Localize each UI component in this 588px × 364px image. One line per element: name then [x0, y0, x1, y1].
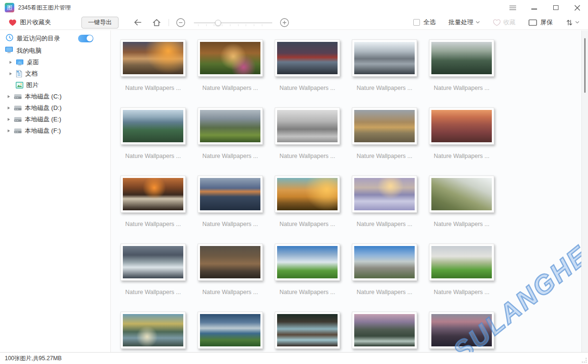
image-thumbnail[interactable]	[123, 42, 183, 74]
image-thumbnail-frame[interactable]	[429, 108, 494, 145]
image-card[interactable]: Nature Wallpapers ...	[198, 108, 263, 160]
zoom-slider-thumb[interactable]	[215, 20, 221, 26]
image-thumbnail[interactable]	[354, 178, 415, 210]
image-card[interactable]: Nature Wallpapers ...	[275, 108, 340, 160]
image-card[interactable]: Nature Wallpapers ...	[275, 312, 340, 352]
image-thumbnail[interactable]	[123, 110, 183, 142]
image-thumbnail-frame[interactable]	[198, 312, 263, 349]
image-card[interactable]: Nature Wallpapers ...	[429, 312, 494, 352]
image-thumbnail[interactable]	[431, 110, 492, 142]
image-thumbnail-frame[interactable]	[120, 244, 186, 281]
image-card[interactable]: Nature Wallpapers ...	[429, 244, 494, 296]
image-thumbnail-frame[interactable]	[275, 176, 340, 213]
image-thumbnail[interactable]	[123, 246, 183, 278]
image-thumbnail-frame[interactable]	[120, 312, 186, 349]
favorites-label[interactable]: 图片收藏夹	[20, 18, 51, 27]
image-thumbnail-frame[interactable]	[275, 244, 340, 281]
sidebar-item-documents[interactable]: 文档	[0, 68, 110, 79]
image-thumbnail[interactable]	[431, 42, 492, 74]
image-card[interactable]: Nature Wallpapers ...	[275, 244, 340, 296]
maximize-button[interactable]	[551, 3, 560, 12]
image-thumbnail-frame[interactable]	[198, 108, 263, 145]
scrollbar-thumb[interactable]	[584, 38, 586, 93]
image-card[interactable]: Nature Wallpapers ...	[275, 176, 340, 228]
recent-folders-toggle[interactable]	[78, 35, 93, 42]
image-thumbnail[interactable]	[123, 314, 183, 346]
image-card[interactable]: Nature Wallpapers ...	[352, 176, 417, 228]
image-thumbnail[interactable]	[277, 42, 338, 74]
image-card[interactable]: Nature Wallpapers ...	[198, 39, 263, 92]
image-thumbnail-frame[interactable]	[352, 39, 417, 77]
image-thumbnail-frame[interactable]	[275, 312, 340, 349]
image-thumbnail-frame[interactable]	[352, 312, 417, 349]
image-thumbnail-frame[interactable]	[352, 176, 417, 213]
image-thumbnail-frame[interactable]	[198, 176, 263, 213]
zoom-slider-track[interactable]	[194, 22, 272, 23]
expand-arrow-icon[interactable]	[8, 107, 10, 109]
image-card[interactable]: Nature Wallpapers ...	[120, 244, 186, 296]
image-thumbnail-frame[interactable]	[429, 39, 494, 77]
image-thumbnail[interactable]	[277, 178, 338, 210]
screensaver-button[interactable]: 屏保	[540, 18, 553, 27]
sidebar-item-drive-d[interactable]: 本地磁盘 (D:)	[0, 102, 110, 114]
image-thumbnail[interactable]	[123, 178, 183, 210]
image-thumbnail[interactable]	[431, 178, 492, 210]
zoom-out-button[interactable]	[176, 18, 185, 27]
image-thumbnail[interactable]	[200, 110, 260, 142]
image-thumbnail[interactable]	[200, 314, 260, 346]
image-card[interactable]: Nature Wallpapers ...	[429, 108, 494, 160]
resize-grip[interactable]	[582, 358, 587, 363]
scrollbar-track[interactable]	[581, 30, 588, 352]
sort-icon[interactable]	[566, 19, 573, 26]
image-card[interactable]: Nature Wallpapers ...	[120, 39, 186, 92]
image-card[interactable]: Nature Wallpapers ...	[120, 108, 186, 160]
expand-arrow-icon[interactable]	[8, 95, 10, 98]
image-card[interactable]: Nature Wallpapers ...	[198, 312, 263, 352]
zoom-slider[interactable]	[194, 15, 272, 30]
image-card[interactable]: Nature Wallpapers ...	[352, 39, 417, 92]
image-thumbnail-frame[interactable]	[120, 176, 186, 213]
image-thumbnail-frame[interactable]	[275, 108, 340, 145]
image-thumbnail-frame[interactable]	[352, 108, 417, 145]
image-thumbnail-frame[interactable]	[352, 244, 417, 281]
image-thumbnail-frame[interactable]	[429, 176, 494, 213]
image-card[interactable]: Nature Wallpapers ...	[352, 108, 417, 160]
back-button[interactable]	[133, 18, 142, 27]
expand-arrow-icon[interactable]	[10, 72, 12, 75]
image-card[interactable]: Nature Wallpapers ...	[120, 312, 186, 352]
image-thumbnail[interactable]	[354, 110, 415, 142]
sidebar-item-my-computer[interactable]: 我的电脑	[0, 45, 110, 57]
sidebar-item-desktop[interactable]: 桌面	[0, 57, 110, 68]
zoom-in-button[interactable]	[280, 18, 289, 27]
image-card[interactable]: Nature Wallpapers ...	[352, 312, 417, 352]
image-thumbnail[interactable]	[354, 314, 415, 346]
image-thumbnail-frame[interactable]	[198, 39, 263, 77]
image-thumbnail[interactable]	[200, 42, 260, 74]
image-thumbnail[interactable]	[277, 314, 338, 346]
menu-icon[interactable]	[508, 3, 517, 12]
image-card[interactable]: Nature Wallpapers ...	[275, 39, 340, 92]
export-button[interactable]: 一键导出	[81, 17, 119, 29]
image-thumbnail-frame[interactable]	[120, 39, 186, 77]
image-thumbnail[interactable]	[277, 246, 338, 278]
batch-process-button[interactable]: 批量处理	[448, 18, 473, 27]
image-thumbnail[interactable]	[200, 246, 260, 278]
image-card[interactable]: Nature Wallpapers ...	[429, 39, 494, 92]
chevron-down-icon[interactable]	[476, 21, 480, 24]
image-thumbnail-frame[interactable]	[198, 244, 263, 281]
image-thumbnail[interactable]	[431, 314, 492, 346]
image-thumbnail[interactable]	[200, 178, 260, 210]
expand-arrow-icon[interactable]	[8, 118, 10, 121]
image-thumbnail[interactable]	[354, 246, 415, 278]
sidebar-item-drive-e[interactable]: 本地磁盘 (E:)	[0, 114, 110, 125]
image-card[interactable]: Nature Wallpapers ...	[198, 176, 263, 228]
expand-arrow-icon[interactable]	[8, 129, 10, 132]
home-button[interactable]	[152, 18, 161, 27]
image-card[interactable]: Nature Wallpapers ...	[120, 176, 186, 228]
image-thumbnail-frame[interactable]	[429, 244, 494, 281]
image-thumbnail[interactable]	[277, 110, 338, 142]
image-card[interactable]: Nature Wallpapers ...	[198, 244, 263, 296]
expand-arrow-icon[interactable]	[10, 61, 12, 64]
sidebar-item-drive-f[interactable]: 本地磁盘 (F:)	[0, 125, 110, 137]
select-all-checkbox[interactable]	[413, 19, 420, 26]
